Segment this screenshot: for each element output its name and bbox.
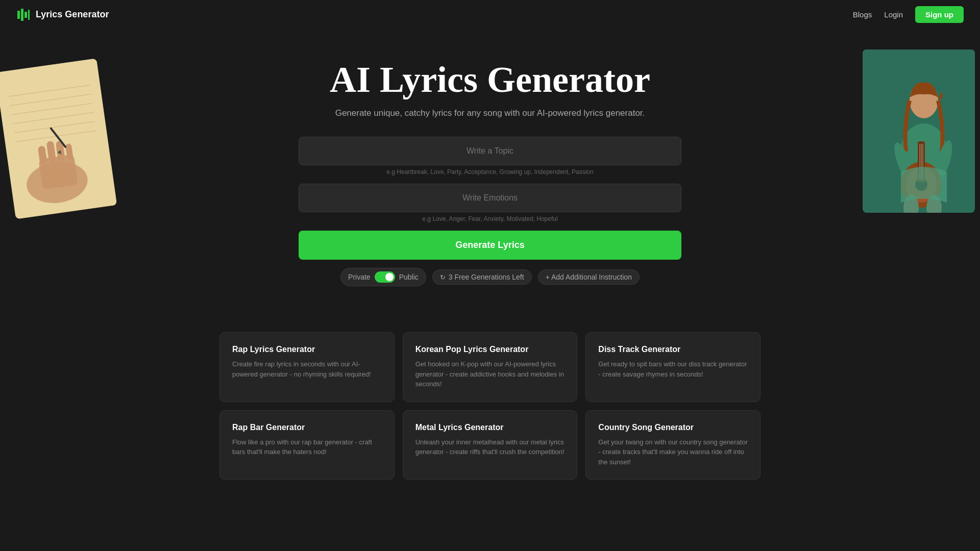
svg-rect-15 — [56, 140, 65, 162]
svg-line-10 — [15, 131, 96, 142]
form-container: e.g Heartbreak, Love, Party, Acceptance,… — [288, 137, 692, 286]
card-item[interactable]: Diss Track Generator Get ready to spit b… — [585, 332, 761, 402]
svg-point-20 — [901, 123, 947, 180]
card-item[interactable]: Rap Lyrics Generator Create fire rap lyr… — [219, 332, 395, 402]
generations-text: 3 Free Generations Left — [449, 273, 524, 281]
nav-links: Blogs Login Sign up — [853, 6, 964, 23]
card-description: Create fire rap lyrics in seconds with o… — [232, 359, 382, 379]
svg-point-22 — [891, 140, 916, 183]
cards-grid: Rap Lyrics Generator Create fire rap lyr… — [219, 332, 761, 480]
emotions-hint: e.g Love, Anger, Fear, Anxiety, Motivate… — [299, 215, 681, 222]
topic-input[interactable] — [299, 137, 681, 165]
generate-button[interactable]: Generate Lyrics — [299, 231, 681, 260]
private-label: Private — [348, 273, 371, 281]
card-description: Get your twang on with our country song … — [598, 437, 748, 467]
svg-rect-14 — [46, 141, 57, 163]
logo[interactable]: Lyrics Generator — [16, 8, 109, 22]
signup-button[interactable]: Sign up — [915, 6, 964, 23]
svg-point-26 — [915, 179, 927, 191]
public-label: Public — [399, 273, 419, 281]
card-title: Metal Lyrics Generator — [415, 423, 565, 432]
svg-rect-3 — [28, 10, 30, 20]
svg-point-11 — [24, 158, 90, 207]
svg-rect-2 — [24, 12, 27, 18]
card-description: Get ready to spit bars with our diss tra… — [598, 359, 748, 379]
card-title: Korean Pop Lyrics Generator — [415, 345, 565, 354]
emotions-input[interactable] — [299, 184, 681, 212]
cards-section: Rap Lyrics Generator Create fire rap lyr… — [209, 332, 771, 480]
svg-rect-1 — [21, 9, 23, 21]
card-item[interactable]: Country Song Generator Get your twang on… — [585, 410, 761, 480]
svg-line-9 — [14, 121, 95, 133]
svg-marker-18 — [57, 150, 63, 156]
topic-hint: e.g Heartbreak, Love, Party, Acceptance,… — [299, 168, 681, 176]
card-title: Diss Track Generator — [598, 345, 748, 354]
svg-point-25 — [906, 167, 937, 203]
hero-title: AI Lyrics Generator — [10, 60, 970, 100]
svg-point-31 — [903, 195, 919, 213]
svg-rect-12 — [38, 154, 78, 189]
refresh-icon: ↻ — [440, 273, 446, 281]
login-link[interactable]: Login — [884, 10, 903, 19]
add-instruction-button[interactable]: + Add Additional Instruction — [538, 269, 640, 285]
svg-point-32 — [926, 195, 942, 213]
svg-rect-16 — [65, 143, 74, 160]
logo-icon — [16, 8, 31, 22]
card-title: Country Song Generator — [598, 423, 748, 432]
svg-point-23 — [934, 139, 955, 180]
navbar: Lyrics Generator Blogs Login Sign up — [0, 0, 980, 29]
card-description: Flow like a pro with our rap bar generat… — [232, 437, 382, 457]
card-description: Unleash your inner metalhead with our me… — [415, 437, 565, 457]
generations-badge: ↻ 3 Free Generations Left — [432, 269, 532, 285]
hero-subtitle: Generate unique, catchy lyrics for any s… — [10, 108, 970, 118]
toggle-slider — [375, 271, 395, 283]
blogs-link[interactable]: Blogs — [853, 10, 872, 19]
svg-point-24 — [901, 162, 942, 208]
card-item[interactable]: Rap Bar Generator Flow like a pro with o… — [219, 410, 395, 480]
svg-rect-13 — [38, 145, 47, 164]
controls-row: Private Public ↻ 3 Free Generations Left… — [299, 268, 681, 286]
card-title: Rap Bar Generator — [232, 423, 382, 432]
card-item[interactable]: Korean Pop Lyrics Generator Get hooked o… — [403, 332, 578, 402]
card-title: Rap Lyrics Generator — [232, 345, 382, 354]
brand-name: Lyrics Generator — [36, 9, 109, 20]
svg-rect-17 — [50, 127, 67, 148]
card-description: Get hooked on K-pop with our AI-powered … — [415, 359, 565, 389]
hero-section: AI Lyrics Generator Generate unique, cat… — [0, 29, 980, 307]
privacy-toggle[interactable] — [375, 271, 395, 283]
privacy-toggle-container: Private Public — [340, 268, 426, 286]
svg-rect-27 — [918, 141, 925, 182]
svg-rect-0 — [17, 11, 20, 19]
card-item[interactable]: Metal Lyrics Generator Unleash your inne… — [403, 410, 578, 480]
